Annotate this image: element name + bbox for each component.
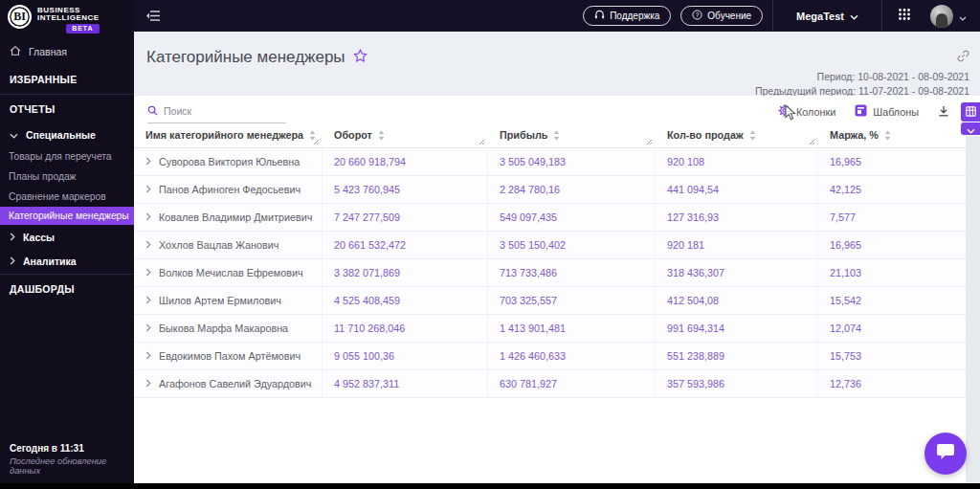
column-resize-handle[interactable] bbox=[646, 139, 653, 145]
table-view-button[interactable] bbox=[961, 102, 980, 122]
sort-icon[interactable] bbox=[553, 130, 560, 141]
last-update-info: Сегодня в 11:31 Последнее обновление дан… bbox=[0, 443, 134, 476]
support-button[interactable]: Поддержка bbox=[583, 6, 671, 26]
chat-button[interactable] bbox=[924, 433, 967, 475]
manager-name: Панов Афиноген Федосьевич bbox=[159, 184, 301, 195]
profit-value: 3 505 150,402 bbox=[488, 232, 656, 258]
panel-collapse-button[interactable] bbox=[961, 122, 980, 135]
row-expand-icon[interactable] bbox=[145, 211, 151, 223]
brand-line2: INTELLIGENCE bbox=[37, 14, 100, 22]
manager-name: Шилов Артем Ермилович bbox=[159, 295, 281, 306]
manager-name: Евдокимов Пахом Артёмович bbox=[159, 350, 301, 362]
search-input[interactable] bbox=[164, 105, 286, 117]
report-panel: Колонки Шаблоны Имя категорийного менедж… bbox=[134, 96, 980, 483]
sidebar-item-revaluation[interactable]: Товары для переучета bbox=[0, 146, 134, 167]
sales-value: 551 238,889 bbox=[656, 343, 818, 369]
sort-icon[interactable] bbox=[884, 130, 891, 141]
table-row[interactable]: Ковалев Владимир Дмитриевич 7 247 277,50… bbox=[134, 204, 966, 232]
star-icon[interactable] bbox=[353, 49, 368, 67]
user-menu[interactable] bbox=[926, 0, 980, 32]
sidebar-section-reports[interactable]: ОТЧЕТЫ bbox=[0, 96, 134, 122]
table-row[interactable]: Панов Афиноген Федосьевич 5 423 760,945 … bbox=[134, 176, 966, 204]
sidebar-group-special[interactable]: Специальные bbox=[0, 122, 134, 146]
column-header-turnover[interactable]: Оборот bbox=[323, 122, 488, 147]
table-row[interactable]: Волков Мечислав Ефремович 3 382 071,869 … bbox=[134, 259, 966, 287]
row-expand-icon[interactable] bbox=[145, 267, 151, 278]
period-info: Период: 10-08-2021 - 08-09-2021 Предыдущ… bbox=[755, 49, 969, 99]
column-resize-handle[interactable] bbox=[809, 139, 815, 145]
page-title: Категорийные менеджеры bbox=[146, 48, 345, 67]
search-field[interactable] bbox=[147, 102, 286, 123]
sidebar-group-label: Кассы bbox=[23, 232, 55, 243]
turnover-value: 9 055 100,36 bbox=[323, 343, 488, 369]
row-expand-icon[interactable] bbox=[145, 156, 151, 167]
table-row[interactable]: Быкова Марфа Макаровна 11 710 268,046 1 … bbox=[134, 315, 966, 343]
turnover-value: 7 247 277,509 bbox=[323, 204, 488, 231]
turnover-value: 4 525 408,459 bbox=[323, 287, 488, 314]
sidebar-group-label: Аналитика bbox=[23, 256, 77, 267]
columns-button[interactable]: Колонки bbox=[778, 104, 835, 119]
column-resize-handle[interactable] bbox=[313, 139, 320, 145]
last-update-time: Сегодня в 11:31 bbox=[10, 443, 124, 454]
table-row[interactable]: Агафонов Савелий Эдуардович 4 952 837,31… bbox=[134, 370, 966, 398]
question-icon: ? bbox=[692, 10, 702, 22]
sidebar-section-dashboards[interactable]: ДАШБОРДЫ bbox=[0, 276, 134, 302]
sort-icon[interactable] bbox=[378, 130, 385, 141]
row-expand-icon[interactable] bbox=[145, 378, 151, 389]
table-row[interactable]: Суворова Виктория Юльевна 20 660 918,794… bbox=[134, 148, 966, 176]
sidebar-item-home[interactable]: Главная bbox=[0, 36, 134, 66]
download-button[interactable] bbox=[938, 105, 949, 119]
training-button[interactable]: ? Обучение bbox=[680, 6, 763, 26]
divider bbox=[0, 94, 134, 95]
last-update-label: Последнее обновление данных bbox=[10, 456, 124, 476]
table-row[interactable]: Шилов Артем Ермилович 4 525 408,459 703 … bbox=[134, 287, 966, 315]
templates-button[interactable]: Шаблоны bbox=[855, 104, 919, 119]
margin-value: 12,074 bbox=[818, 315, 966, 342]
chevron-right-icon bbox=[10, 232, 15, 243]
sidebar-group-analytics[interactable]: Аналитика bbox=[0, 249, 134, 273]
column-resize-handle[interactable] bbox=[479, 139, 485, 145]
profit-value: 703 325,557 bbox=[488, 287, 656, 314]
avatar[interactable] bbox=[930, 5, 953, 28]
margin-value: 16,965 bbox=[818, 232, 966, 258]
beta-badge: BETA bbox=[66, 24, 100, 33]
sort-icon[interactable] bbox=[749, 130, 756, 141]
row-expand-icon[interactable] bbox=[145, 350, 151, 362]
sales-value: 357 593,986 bbox=[656, 370, 818, 397]
workspace-dropdown[interactable]: MegaTest bbox=[773, 0, 881, 32]
turnover-value: 11 710 268,046 bbox=[323, 315, 488, 342]
scrollbar-track[interactable] bbox=[966, 136, 980, 483]
column-header-sales[interactable]: Кол-во продаж bbox=[656, 122, 818, 147]
profit-value: 549 097,435 bbox=[488, 204, 656, 231]
row-expand-icon[interactable] bbox=[145, 239, 151, 251]
column-header-name[interactable]: Имя категорийного менеджера bbox=[134, 122, 323, 147]
profit-value: 2 284 780,16 bbox=[488, 176, 656, 203]
top-bar: Поддержка ? Обучение MegaTest bbox=[134, 0, 980, 32]
column-label: Имя категорийного менеджера bbox=[145, 129, 303, 141]
chevron-right-icon bbox=[10, 256, 15, 267]
row-expand-icon[interactable] bbox=[145, 322, 151, 334]
sidebar-item-sales-plans[interactable]: Планы продаж bbox=[0, 167, 134, 187]
sidebar-group-cash[interactable]: Кассы bbox=[0, 225, 134, 249]
svg-text:?: ? bbox=[696, 11, 700, 18]
download-icon bbox=[938, 105, 949, 119]
margin-value: 7,577 bbox=[818, 204, 966, 231]
sales-value: 412 504,08 bbox=[656, 287, 818, 314]
row-expand-icon[interactable] bbox=[145, 184, 151, 195]
table-row[interactable]: Евдокимов Пахом Артёмович 9 055 100,36 1… bbox=[134, 343, 966, 370]
app-logo[interactable]: BI BUSINESS INTELLIGENCE BETA bbox=[0, 0, 134, 36]
column-header-margin[interactable]: Маржа, % bbox=[818, 122, 966, 147]
link-icon[interactable] bbox=[957, 49, 969, 66]
sidebar-item-label: Главная bbox=[29, 46, 67, 57]
row-expand-icon[interactable] bbox=[145, 295, 151, 306]
sidebar-item-category-managers[interactable]: Категорийные менеджеры bbox=[0, 207, 134, 225]
table-export-icon bbox=[966, 103, 976, 121]
sidebar-toggle-button[interactable] bbox=[146, 10, 161, 22]
table-row[interactable]: Хохлов Вацлав Жанович 20 661 532,472 3 5… bbox=[134, 232, 966, 259]
apps-grid-button[interactable] bbox=[882, 0, 926, 32]
workspace-label: MegaTest bbox=[796, 11, 844, 22]
sidebar-item-marker-compare[interactable]: Сравнение маркеров bbox=[0, 187, 134, 207]
sidebar-section-favorites[interactable]: ИЗБРАННЫЕ bbox=[0, 66, 134, 93]
column-header-profit[interactable]: Прибыль bbox=[488, 122, 656, 147]
bottom-bar bbox=[0, 483, 980, 489]
